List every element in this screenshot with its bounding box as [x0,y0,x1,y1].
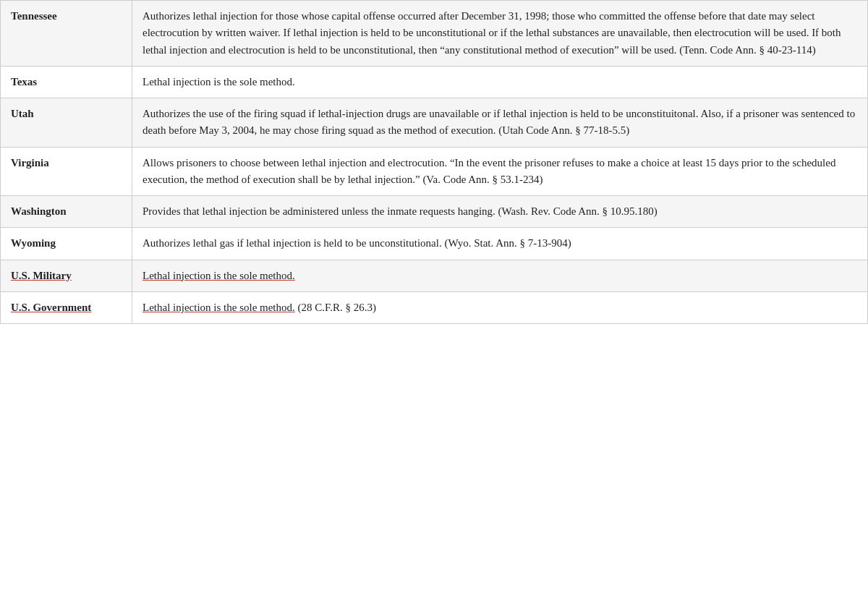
state-cell: Utah [1,98,132,148]
description-cell: Authorizes the use of the firing squad i… [132,98,868,148]
description-cell: Lethal injection is the sole method. [132,260,868,291]
state-cell: Wyoming [1,228,132,260]
execution-methods-table: TennesseeAuthorizes lethal injection for… [0,0,868,324]
description-cell: Lethal injection is the sole method. (28… [132,291,868,323]
table-row: U.S. GovernmentLethal injection is the s… [1,291,868,323]
table-row: UtahAuthorizes the use of the firing squ… [1,98,868,148]
description-cell: Lethal injection is the sole method. [132,66,868,98]
description-underlined: Lethal injection is the sole method. [142,302,295,313]
state-cell: U.S. Government [1,291,132,323]
state-cell: Tennessee [1,1,132,67]
state-cell: U.S. Military [1,260,132,291]
state-cell: Virginia [1,147,132,196]
table-row: U.S. MilitaryLethal injection is the sol… [1,260,868,291]
description-cell: Authorizes lethal gas if lethal injectio… [132,228,868,260]
table-row: WashingtonProvides that lethal injection… [1,196,868,228]
description-underlined: Lethal injection is the sole method. [142,270,295,281]
description-cell: Provides that lethal injection be admini… [132,196,868,228]
table-row: TennesseeAuthorizes lethal injection for… [1,1,868,67]
state-cell: Washington [1,196,132,228]
table-row: WyomingAuthorizes lethal gas if lethal i… [1,228,868,260]
description-cell: Allows prisoners to choose between letha… [132,147,868,196]
table-row: TexasLethal injection is the sole method… [1,66,868,98]
description-cell: Authorizes lethal injection for those wh… [132,1,868,67]
table-row: VirginiaAllows prisoners to choose betwe… [1,147,868,196]
state-cell: Texas [1,66,132,98]
description-plain: (28 C.F.R. § 26.3) [295,302,376,313]
